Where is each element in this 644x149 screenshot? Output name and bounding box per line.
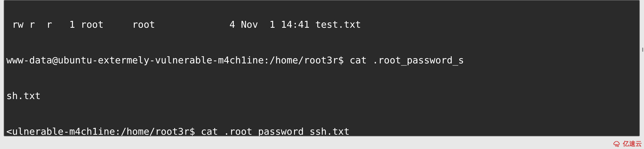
terminal-output-line: sh.txt: [6, 90, 637, 102]
terminal-prompt-line: www-data@ubuntu-extermely-vulnerable-m4c…: [6, 54, 637, 66]
terminal-prompt-line: <ulnerable-m4ch1ine:/home/root3r$ cat .r…: [6, 125, 637, 136]
watermark: 亿速云: [612, 139, 642, 148]
svg-point-1: [617, 146, 619, 147]
cloud-logo-icon: [612, 139, 621, 148]
watermark-text: 亿速云: [623, 139, 642, 148]
terminal-output-line: rw r r 1 root root 4 Nov 1 14:41 test.tx…: [6, 18, 637, 30]
svg-point-0: [615, 145, 617, 146]
scrollbar-thumb[interactable]: [642, 48, 643, 52]
terminal-window[interactable]: rw r r 1 root root 4 Nov 1 14:41 test.tx…: [4, 0, 640, 136]
